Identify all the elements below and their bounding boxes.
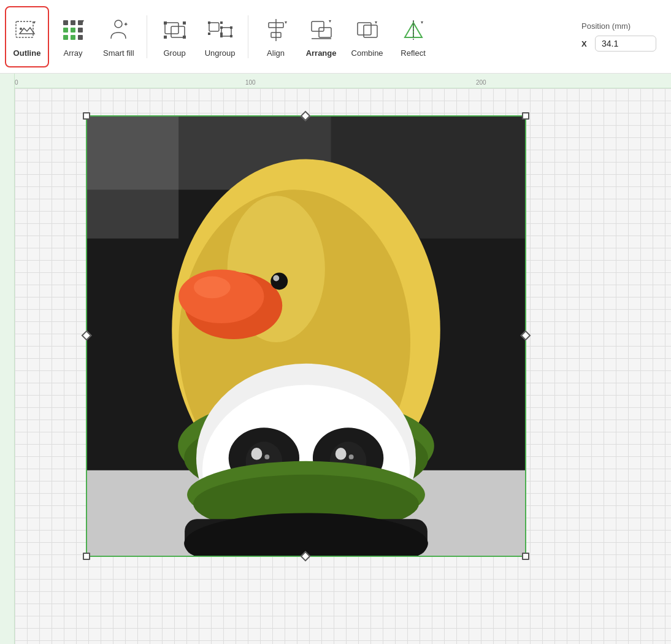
ungroup-icon [205,15,235,45]
group-icon [160,15,190,45]
reflect-button[interactable]: ▾ Reflect [392,6,435,67]
group-button[interactable]: Group [153,6,196,67]
svg-point-62 [251,448,263,460]
svg-point-71 [194,277,231,299]
canvas-area: 0 100 200 [0,74,671,644]
svg-rect-37 [319,28,331,37]
handle-bottom-right[interactable] [522,553,529,560]
svg-rect-27 [220,33,223,35]
svg-rect-25 [220,21,223,24]
svg-rect-28 [220,26,223,29]
svg-rect-41 [364,25,377,37]
svg-rect-17 [171,26,185,37]
svg-rect-21 [183,36,186,39]
svg-point-72 [270,273,288,290]
position-panel: Position (mm) X [581,21,666,52]
toy-image [87,117,525,556]
arrange-button[interactable]: ▾ Arrange [300,6,343,67]
arrange-icon: ▾ [307,15,336,45]
handle-bottom-left[interactable] [83,553,90,560]
svg-marker-43 [405,23,413,37]
x-label: X [581,39,590,48]
arrange-label: Arrange [306,48,337,58]
svg-text:▾: ▾ [329,18,331,24]
svg-point-63 [336,448,347,460]
svg-rect-7 [63,28,68,33]
reflect-label: Reflect [401,48,425,58]
svg-text:▾: ▾ [421,20,423,25]
outline-button[interactable]: ▾ Outline [5,6,49,67]
ungroup-button[interactable]: Ungroup [199,6,242,67]
svg-rect-31 [230,35,232,37]
svg-rect-22 [209,23,219,31]
group-label: Group [163,48,185,58]
position-x-row: X [581,36,656,52]
outline-label: Outline [13,48,41,58]
svg-text:▾: ▾ [285,20,287,25]
svg-rect-16 [165,23,178,34]
svg-point-64 [264,454,269,459]
svg-rect-29 [230,26,232,29]
handle-top-right[interactable] [522,112,529,120]
svg-text:▾: ▾ [375,20,377,25]
outline-icon: ▾ [12,15,42,45]
ruler-vertical [0,74,15,644]
smart-fill-button[interactable]: ✦ Smart fill [97,6,140,67]
array-icon: ▾ [58,15,88,45]
svg-point-73 [273,275,279,282]
divider-1 [147,15,147,58]
combine-button[interactable]: ▾ Combine [345,6,389,67]
image-container[interactable] [86,115,526,557]
ruler-mark-0: 0 [15,79,18,86]
align-label: Align [267,48,285,58]
handle-top-left[interactable] [83,112,90,120]
svg-rect-19 [183,21,186,25]
ruler-mark-100: 100 [245,79,256,86]
svg-text:✦: ✦ [123,21,128,28]
svg-rect-18 [164,21,167,25]
ruler-mark-200: 200 [476,79,486,86]
svg-rect-23 [221,28,231,36]
svg-rect-30 [220,35,223,37]
svg-rect-20 [164,36,167,39]
array-button[interactable]: ▾ Array [52,6,94,67]
svg-rect-8 [71,28,75,33]
svg-point-2 [20,28,22,30]
svg-rect-4 [63,20,68,25]
svg-text:▾: ▾ [82,18,84,24]
svg-rect-5 [71,20,75,25]
divider-2 [248,15,248,58]
smart-fill-label: Smart fill [103,48,134,58]
array-label: Array [63,48,82,58]
position-title: Position (mm) [581,21,631,31]
combine-label: Combine [351,48,383,58]
svg-rect-11 [71,35,75,40]
svg-rect-12 [78,35,83,40]
reflect-icon: ▾ [399,15,428,45]
svg-text:▾: ▾ [33,20,36,25]
smart-fill-icon: ✦ [104,15,133,45]
combine-icon: ▾ [353,15,382,45]
x-input[interactable] [595,36,656,52]
toolbar: ▾ Outline ▾ Array [0,0,671,74]
ruler-horizontal: 0 100 200 [0,74,671,88]
svg-rect-36 [312,21,324,31]
svg-point-14 [115,20,122,28]
svg-rect-40 [358,23,371,35]
svg-rect-78 [87,117,178,239]
svg-point-65 [349,454,354,459]
svg-rect-10 [63,35,68,40]
align-button[interactable]: ▾ Align [255,6,297,67]
svg-rect-26 [208,33,210,35]
align-icon: ▾ [261,15,291,45]
svg-rect-24 [208,21,210,24]
svg-rect-9 [78,28,83,33]
ungroup-label: Ungroup [205,48,236,58]
